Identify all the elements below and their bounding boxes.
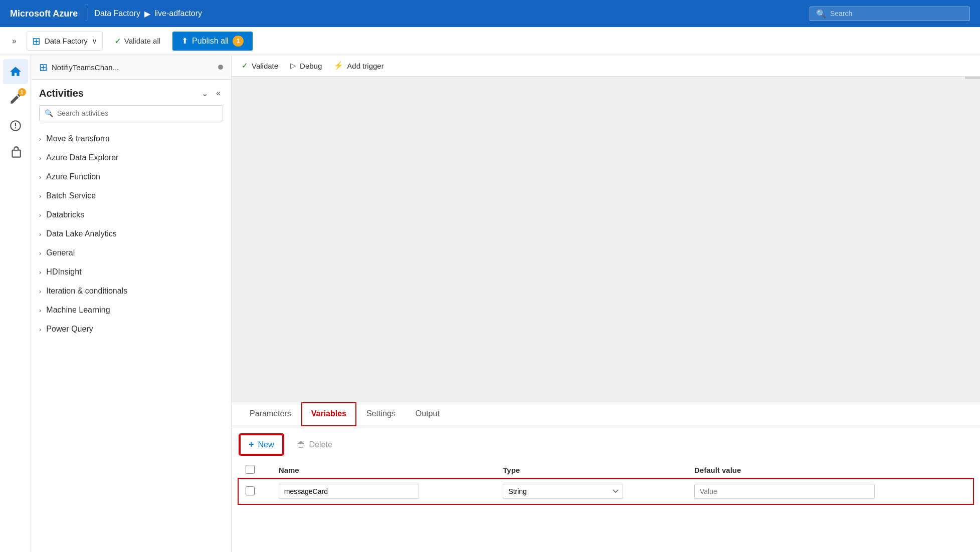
activities-list: ›Move & transform›Azure Data Explorer›Az… <box>31 127 231 552</box>
activity-group-item[interactable]: ›Iteration & conditionals <box>31 282 231 301</box>
monitor-icon <box>9 119 22 132</box>
activity-group-item[interactable]: ›Power Query <box>31 320 231 339</box>
activity-group-item[interactable]: ›Azure Function <box>31 167 231 186</box>
bottom-tabs: ParametersVariablesSettingsOutput <box>232 402 980 426</box>
search-icon: 🔍 <box>816 9 826 19</box>
bottom-panel: ParametersVariablesSettingsOutput + New … <box>232 402 980 552</box>
chevron-right-icon: › <box>39 173 41 181</box>
tab-variables[interactable]: Variables <box>301 402 356 426</box>
activities-search-box[interactable]: 🔍 <box>39 105 223 121</box>
col-default-header: Default value <box>688 461 972 480</box>
chevron-right-icon: › <box>39 268 41 276</box>
play-icon: ▷ <box>290 61 296 70</box>
tab-settings[interactable]: Settings <box>356 402 406 426</box>
table-row: StringBooleanArray <box>240 480 972 503</box>
main-toolbar: » ⊞ Data Factory ∨ ✓ Validate all ⬆ Publ… <box>0 27 980 55</box>
chevron-right-icon: › <box>39 249 41 257</box>
sidebar-item-edit[interactable]: 1 <box>3 86 28 111</box>
delete-variable-button[interactable]: 🗑 Delete <box>289 436 340 453</box>
publish-up-icon: ⬆ <box>181 36 188 46</box>
col-name-header: Name <box>273 461 497 480</box>
factory-selector[interactable]: ⊞ Data Factory ∨ <box>27 32 103 51</box>
chevron-right-icon: › <box>39 230 41 238</box>
plus-icon: + <box>249 439 254 450</box>
add-trigger-button[interactable]: ⚡ Add trigger <box>334 61 383 70</box>
chevron-right-icon: › <box>39 192 41 200</box>
check-icon: ✓ <box>242 61 248 70</box>
variables-table: Name Type Default value <box>240 461 972 503</box>
activity-group-item[interactable]: ›Move & transform <box>31 129 231 148</box>
variables-tbody: StringBooleanArray <box>240 480 972 503</box>
home-icon <box>9 65 22 78</box>
canvas-area: ✓ Validate ▷ Debug ⚡ Add trigger Paramet… <box>232 55 980 552</box>
nav-factory-instance: live-adfactory <box>154 9 202 18</box>
activity-group-item[interactable]: ›General <box>31 243 231 262</box>
brand-name: Microsoft Azure <box>10 9 78 19</box>
debug-label: Debug <box>300 62 322 70</box>
debug-button[interactable]: ▷ Debug <box>290 61 322 70</box>
collapse-left-icon[interactable]: « <box>214 88 223 99</box>
activities-search-input[interactable] <box>57 109 218 117</box>
chevron-right-icon: › <box>39 135 41 143</box>
search-box[interactable]: 🔍 <box>810 7 970 21</box>
chevron-right-icon: › <box>39 288 41 295</box>
activities-title-icons: ⌄ « <box>199 88 223 99</box>
factory-name-label: Data Factory <box>45 37 88 45</box>
select-all-checkbox[interactable] <box>246 465 255 474</box>
pipeline-header: ⊞ NotifiyTeamsChan... <box>31 55 231 80</box>
top-navigation: Microsoft Azure Data Factory ▶ live-adfa… <box>0 0 980 27</box>
activity-group-item[interactable]: ›Databricks <box>31 205 231 224</box>
activity-group-item[interactable]: ›HDInsight <box>31 262 231 282</box>
validate-label: Validate <box>252 62 278 70</box>
pipeline-icon: ⊞ <box>39 61 48 73</box>
icon-sidebar: 1 <box>0 55 31 552</box>
activity-group-item[interactable]: ›Batch Service <box>31 186 231 205</box>
variable-name-input[interactable] <box>279 484 419 499</box>
publish-all-button[interactable]: ⬆ Publish all 1 <box>172 32 253 51</box>
nav-path: Data Factory ▶ live-adfactory <box>94 9 202 19</box>
briefcase-icon <box>9 146 22 159</box>
publish-badge: 1 <box>233 36 244 47</box>
canvas-main[interactable] <box>232 77 980 402</box>
col-type-header: Type <box>497 461 688 480</box>
tab-parameters[interactable]: Parameters <box>240 402 301 426</box>
validate-button[interactable]: ✓ Validate <box>242 61 278 70</box>
row-checkbox[interactable] <box>246 486 255 495</box>
nav-data-factory-link[interactable]: Data Factory <box>94 9 140 18</box>
sidebar-item-briefcase[interactable] <box>3 140 28 165</box>
factory-chevron-icon: ∨ <box>92 37 97 46</box>
delete-label: Delete <box>309 440 332 449</box>
nav-path-chevron: ▶ <box>144 9 150 19</box>
edit-badge: 1 <box>18 88 26 96</box>
nav-divider <box>86 7 86 21</box>
new-label: New <box>258 440 274 449</box>
validate-all-label: Validate all <box>124 37 160 45</box>
chevron-right-icon: › <box>39 307 41 314</box>
collapse-down-icon[interactable]: ⌄ <box>199 88 211 99</box>
trigger-icon: ⚡ <box>334 61 343 70</box>
search-input[interactable] <box>830 10 963 18</box>
minimize-bar[interactable] <box>965 77 980 79</box>
variable-type-select[interactable]: StringBooleanArray <box>503 484 623 499</box>
variables-actions: + New 🗑 Delete <box>240 434 972 455</box>
new-variable-button[interactable]: + New <box>240 434 283 455</box>
variable-default-input[interactable] <box>694 484 875 499</box>
expand-icon[interactable]: » <box>8 35 21 48</box>
validate-all-button[interactable]: ✓ Validate all <box>109 34 166 49</box>
validate-check-icon: ✓ <box>115 37 121 46</box>
publish-all-label: Publish all <box>192 37 229 46</box>
trigger-label: Add trigger <box>347 62 383 70</box>
activity-group-item[interactable]: ›Machine Learning <box>31 301 231 320</box>
activities-panel: ⊞ NotifiyTeamsChan... Activities ⌄ « 🔍 ›… <box>31 55 232 552</box>
activity-group-item[interactable]: ›Azure Data Explorer <box>31 148 231 167</box>
search-icon: 🔍 <box>45 109 53 117</box>
activities-title: Activities <box>39 88 84 99</box>
sidebar-item-home[interactable] <box>3 59 28 84</box>
main-layout: 1 ⊞ NotifiyTeamsChan... Activities ⌄ « <box>0 55 980 552</box>
activity-group-item[interactable]: ›Data Lake Analytics <box>31 224 231 243</box>
chevron-right-icon: › <box>39 154 41 162</box>
sidebar-item-monitor[interactable] <box>3 113 28 138</box>
canvas-toolbar: ✓ Validate ▷ Debug ⚡ Add trigger <box>232 55 980 77</box>
tab-output[interactable]: Output <box>406 402 450 426</box>
factory-icon: ⊞ <box>32 35 41 47</box>
